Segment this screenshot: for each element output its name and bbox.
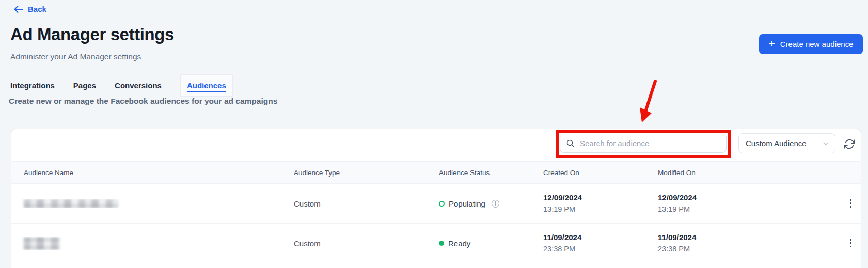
search-icon <box>566 139 575 148</box>
col-header-audience-name: Audience Name <box>11 169 294 177</box>
audience-status-cell: Populating i <box>439 199 543 208</box>
select-value: Custom Audience <box>746 139 807 148</box>
page-title: Ad Manager settings <box>10 25 174 44</box>
settings-tabs: Integrations Pages Conversions Audiences <box>10 74 233 97</box>
modified-on-cell: 11/09/2024 23:38 PM <box>658 232 841 255</box>
annotation-red-arrow <box>638 76 668 127</box>
col-header-created-on: Created On <box>543 169 658 177</box>
modified-date: 11/09/2024 <box>658 232 841 243</box>
status-label: Populating <box>449 199 485 208</box>
search-input[interactable] <box>560 134 727 153</box>
modified-time: 23:38 PM <box>658 243 841 255</box>
audience-status-cell: Ready <box>439 239 543 248</box>
create-button-label: Create new audience <box>780 40 854 49</box>
row-actions-cell <box>841 237 861 249</box>
chevron-down-icon <box>822 139 830 148</box>
create-new-audience-button[interactable]: + Create new audience <box>759 34 863 54</box>
audience-type-select[interactable]: Custom Audience <box>738 133 835 153</box>
ad-manager-settings-page: Back Ad Manager settings Administer your… <box>0 0 868 268</box>
modified-on-cell: 12/09/2024 13:19 PM <box>658 192 841 215</box>
back-label: Back <box>28 5 46 13</box>
table-row: Custom Ready 11/09/2024 23:38 PM 11/09/2… <box>11 224 861 263</box>
col-header-audience-type: Audience Type <box>294 169 439 177</box>
table-toolbar: Custom Audience <box>11 129 861 161</box>
created-time: 13:19 PM <box>543 203 658 215</box>
audience-type-cell: Custom <box>294 199 439 208</box>
tab-audiences[interactable]: Audiences <box>180 74 233 97</box>
back-link[interactable]: Back <box>14 5 46 13</box>
modified-time: 13:19 PM <box>658 203 841 215</box>
plus-icon: + <box>768 38 775 49</box>
status-label: Ready <box>448 239 470 248</box>
audiences-table-card: Custom Audience Audience Name Audience T… <box>11 129 861 268</box>
search-field-wrap <box>560 134 727 153</box>
tab-pages[interactable]: Pages <box>73 81 96 90</box>
audience-name-cell <box>11 237 294 250</box>
table-row: Custom Populating i 12/09/2024 13:19 PM … <box>11 184 861 224</box>
created-date: 12/09/2024 <box>543 192 658 203</box>
tab-conversions[interactable]: Conversions <box>115 81 162 90</box>
tab-description: Create new or manage the Facebook audien… <box>9 97 277 106</box>
page-subtitle: Administer your Ad Manager settings <box>10 52 141 61</box>
tab-integrations[interactable]: Integrations <box>10 81 55 90</box>
status-populating-ring-icon <box>439 201 445 207</box>
created-on-cell: 12/09/2024 13:19 PM <box>543 192 658 215</box>
back-arrow-icon <box>14 6 23 13</box>
refresh-button[interactable] <box>842 137 857 151</box>
created-on-cell: 11/09/2024 23:38 PM <box>543 232 658 255</box>
info-icon[interactable]: i <box>492 200 499 208</box>
redacted-audience-name <box>24 237 60 250</box>
redacted-audience-name <box>24 199 118 208</box>
created-date: 11/09/2024 <box>543 232 658 243</box>
audience-name-cell <box>11 199 294 208</box>
modified-date: 12/09/2024 <box>658 192 841 203</box>
col-header-modified-on: Modified On <box>658 169 841 177</box>
kebab-menu-icon[interactable] <box>846 237 856 249</box>
refresh-icon <box>844 138 855 150</box>
audience-type-cell: Custom <box>294 239 439 248</box>
row-actions-cell <box>841 197 861 210</box>
kebab-menu-icon[interactable] <box>846 197 856 210</box>
status-ready-dot-icon <box>439 241 444 246</box>
table-header-row: Audience Name Audience Type Audience Sta… <box>11 161 861 184</box>
created-time: 23:38 PM <box>543 243 658 255</box>
col-header-audience-status: Audience Status <box>439 169 543 177</box>
